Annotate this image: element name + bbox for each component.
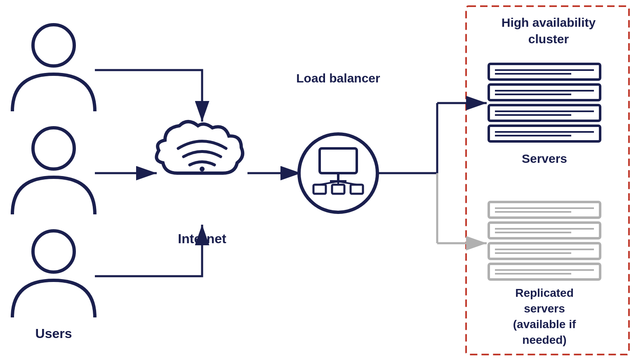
load-balancer	[299, 134, 377, 212]
svg-rect-25	[489, 126, 600, 141]
svg-point-3	[33, 128, 74, 169]
cloud-internet	[156, 122, 243, 173]
ha-label-line2: cluster	[528, 32, 569, 46]
replicated-servers	[489, 202, 600, 279]
svg-rect-16	[489, 64, 600, 80]
primary-servers	[489, 64, 600, 141]
ha-label-line1: High availability	[502, 16, 596, 29]
internet-label: Internet	[178, 231, 226, 246]
replicated-label-line1: Replicated	[515, 287, 574, 299]
replicated-label-line4: needed)	[522, 333, 566, 346]
svg-rect-22	[489, 105, 600, 121]
user-3	[12, 231, 95, 317]
svg-rect-37	[489, 264, 600, 279]
svg-point-5	[200, 167, 205, 171]
svg-rect-28	[489, 202, 600, 218]
replicated-label-line2: servers	[524, 302, 565, 315]
replicated-label-line3: (available if	[513, 318, 576, 331]
users-label: Users	[35, 326, 72, 341]
svg-rect-19	[489, 85, 600, 100]
svg-rect-34	[489, 243, 600, 259]
diagram: Users Internet Load balancer High availa…	[0, 0, 636, 364]
arrow-user1-internet	[95, 70, 202, 122]
svg-rect-31	[489, 223, 600, 238]
user-1	[12, 25, 95, 111]
servers-label: Servers	[522, 152, 567, 165]
user-2	[12, 128, 95, 214]
svg-point-4	[33, 231, 74, 272]
svg-point-2	[33, 25, 74, 66]
lb-label: Load balancer	[296, 71, 380, 85]
